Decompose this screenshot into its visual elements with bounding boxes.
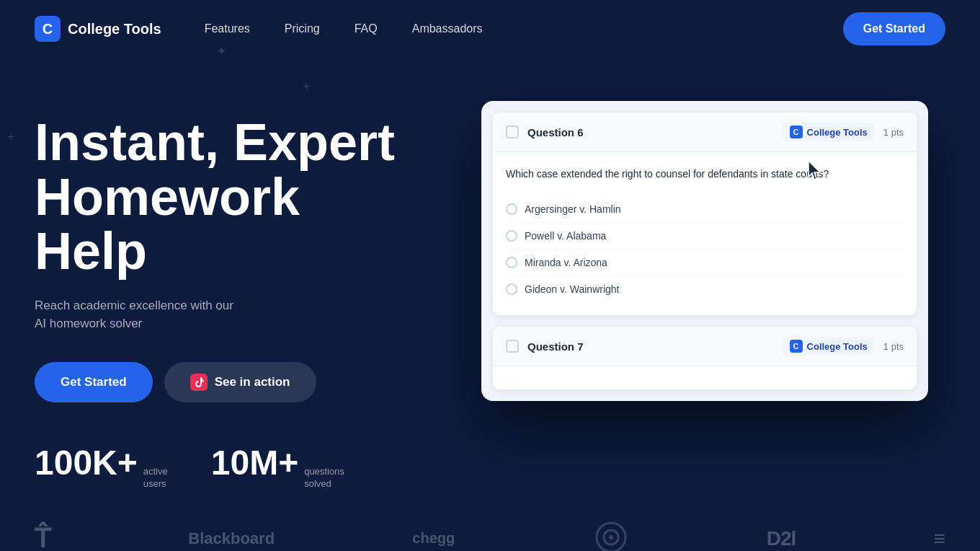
question-7-checkbox[interactable] bbox=[506, 340, 519, 353]
radio-argersinger[interactable] bbox=[506, 203, 517, 215]
question-6-text: Which case extended the right to counsel… bbox=[493, 152, 917, 190]
question-6-checkbox[interactable] bbox=[506, 125, 519, 138]
partner-logo-tophat: T̂ bbox=[35, 524, 50, 551]
partner-logo-canvas bbox=[593, 519, 629, 551]
decor-star-3: + bbox=[7, 130, 15, 145]
radio-powell[interactable] bbox=[506, 230, 517, 242]
svg-rect-0 bbox=[190, 374, 208, 391]
option-argersinger[interactable]: Argersinger v. Hamlin bbox=[506, 196, 904, 223]
hero-buttons: Get Started See in action bbox=[35, 362, 424, 402]
radio-miranda[interactable] bbox=[506, 257, 517, 268]
quiz-container: Question 6 C College Tools 1 pts bbox=[481, 101, 928, 401]
cursor-icon bbox=[806, 159, 823, 185]
hero-subtitle-text: Reach academic excellence with ourAI hom… bbox=[35, 299, 233, 331]
nav-pricing[interactable]: Pricing bbox=[285, 22, 320, 35]
see-in-action-button[interactable]: See in action bbox=[164, 362, 316, 402]
hero-title: Instant, Expert Homework Help bbox=[35, 115, 424, 279]
question-7-body bbox=[493, 366, 917, 389]
logo-icon: C bbox=[35, 16, 61, 42]
logo-text: College Tools bbox=[68, 21, 161, 38]
college-tools-badge-q6: C College Tools bbox=[783, 123, 875, 141]
hero-left: ✦ + + Instant, Expert Homework Help Reac… bbox=[35, 87, 424, 490]
partner-logo-d2l: D2l bbox=[767, 527, 796, 550]
badge-icon-q7: C bbox=[790, 340, 803, 353]
decor-star-2: + bbox=[303, 79, 311, 94]
radio-gideon[interactable] bbox=[506, 283, 517, 295]
hero-title-line1: Instant, Expert bbox=[35, 113, 395, 171]
svg-point-3 bbox=[609, 535, 613, 539]
badge-text-q7: College Tools bbox=[807, 341, 868, 352]
stat-questions-number: 10M+ bbox=[211, 443, 298, 482]
stat-questions: 10M+ questions solved bbox=[211, 443, 344, 490]
hero-right: Question 6 C College Tools 1 pts bbox=[481, 87, 945, 401]
stat-users-label: active users bbox=[143, 466, 168, 490]
badge-text-q6: College Tools bbox=[807, 127, 868, 138]
logo-link[interactable]: C College Tools bbox=[35, 16, 161, 42]
stat-users: 100K+ active users bbox=[35, 443, 168, 490]
nav-features[interactable]: Features bbox=[205, 22, 250, 35]
pts-badge-q6: 1 pts bbox=[883, 127, 904, 138]
nav-ambassadors[interactable]: Ambassadors bbox=[412, 22, 483, 35]
pts-badge-q7: 1 pts bbox=[883, 341, 904, 352]
partner-logo-other: ≡ bbox=[934, 527, 945, 550]
question-6-label: Question 6 bbox=[527, 126, 584, 138]
nav-links: Features Pricing FAQ Ambassadors bbox=[205, 22, 843, 35]
question-7-label: Question 7 bbox=[527, 340, 584, 353]
question-6-card: Question 6 C College Tools 1 pts bbox=[493, 113, 917, 315]
option-miranda[interactable]: Miranda v. Arizona bbox=[506, 250, 904, 276]
stat-questions-label: questions solved bbox=[304, 466, 344, 490]
question-6-header: Question 6 C College Tools 1 pts bbox=[493, 113, 917, 152]
nav-faq[interactable]: FAQ bbox=[355, 22, 378, 35]
navbar: C College Tools Features Pricing FAQ Amb… bbox=[0, 0, 980, 58]
hero-subtitle: Reach academic excellence with ourAI hom… bbox=[35, 296, 424, 333]
option-gideon[interactable]: Gideon v. Wainwright bbox=[506, 276, 904, 302]
badge-icon-q6: C bbox=[790, 125, 803, 138]
get-started-button[interactable]: Get Started bbox=[35, 362, 153, 402]
stats: 100K+ active users 10M+ questions solved bbox=[35, 443, 424, 490]
see-in-action-label: See in action bbox=[215, 375, 290, 389]
tiktok-icon bbox=[190, 374, 208, 391]
hero-title-line2: Homework Help bbox=[35, 168, 300, 281]
stat-users-number: 100K+ bbox=[35, 443, 138, 482]
option-powell[interactable]: Powell v. Alabama bbox=[506, 223, 904, 250]
question-7-header: Question 7 C College Tools 1 pts bbox=[493, 327, 917, 366]
hero-section: ✦ + + Instant, Expert Homework Help Reac… bbox=[0, 58, 980, 490]
college-tools-badge-q7: C College Tools bbox=[783, 337, 875, 356]
question-7-card: Question 7 C College Tools 1 pts bbox=[493, 327, 917, 389]
partner-logo-blackboard: Blackboard bbox=[188, 529, 275, 548]
question-6-options: Argersinger v. Hamlin Powell v. Alabama … bbox=[493, 190, 917, 315]
partner-logos-section: T̂ Blackboard chegg D2l ≡ bbox=[0, 490, 980, 551]
nav-get-started-button[interactable]: Get Started bbox=[843, 12, 945, 45]
partner-logo-chegg: chegg bbox=[412, 530, 455, 547]
